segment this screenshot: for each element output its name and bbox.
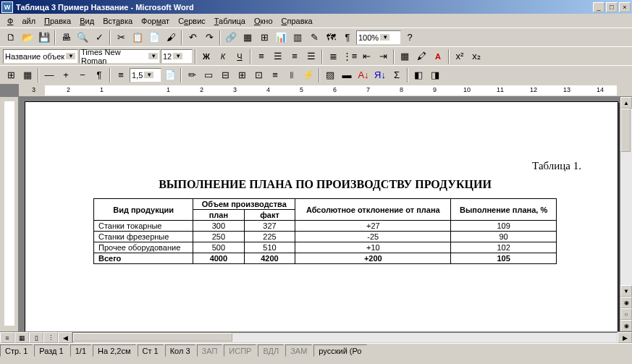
subscript-icon[interactable]: x₂ [468,48,484,64]
status-rec[interactable]: ЗАП [197,344,223,357]
insert-table-icon[interactable]: ⊞ [256,30,272,46]
scroll-left-icon[interactable]: ◀ [58,332,72,343]
inc-icon[interactable]: + [58,67,74,83]
chevron-down-icon[interactable]: ▼ [380,34,389,41]
merge-icon[interactable]: ⊟ [217,67,233,83]
docmap-icon[interactable]: 🗺 [323,30,339,46]
borders-icon[interactable]: ▦ [397,48,413,64]
menu-file[interactable]: Файл [3,15,40,27]
cut-icon[interactable]: ✂ [113,30,129,46]
menu-view[interactable]: Вид [75,15,98,27]
style-select[interactable]: Название объек▼ [3,49,78,64]
font-color-icon[interactable]: A [430,48,446,64]
scroll-right-icon[interactable]: ▶ [618,332,632,343]
highlight-icon[interactable]: 🖍 [413,48,429,64]
menu-window[interactable]: Окно [250,15,277,27]
autosum-icon[interactable]: Σ [389,67,405,83]
print-view-icon[interactable]: ▯ [29,332,43,343]
chevron-down-icon[interactable]: ▼ [148,53,158,59]
chevron-down-icon[interactable]: ▼ [173,53,182,59]
save-icon[interactable]: 💾 [36,30,52,46]
menu-table[interactable]: Таблица [210,15,250,27]
status-ovr[interactable]: ЗАМ [285,344,312,357]
misc1-icon[interactable]: ◧ [410,67,426,83]
print-icon[interactable]: 🖶 [58,30,74,46]
superscript-icon[interactable]: x² [452,48,468,64]
dec-icon[interactable]: − [75,67,90,83]
format-painter-icon[interactable]: 🖌 [163,30,179,46]
table-draw-icon[interactable]: ✏ [184,67,200,83]
hscroll-track[interactable] [72,332,618,343]
menu-help[interactable]: Справка [277,15,317,27]
grid2-icon[interactable]: ▦ [20,67,35,83]
tables-borders-icon[interactable]: ▦ [240,30,256,46]
maximize-button[interactable]: □ [606,2,618,12]
sort-desc-icon[interactable]: Я↓ [372,67,388,83]
spellcheck-icon[interactable]: ✓ [91,30,107,46]
close-button[interactable]: × [619,2,631,12]
document-scroll[interactable]: Таблица 1. ВЫПОЛНЕНИЕ ПЛАНА ПО ПРОИЗВОДС… [19,97,620,331]
normal-view-icon[interactable]: ≡ [0,332,14,343]
misc2-icon[interactable]: ◨ [427,67,443,83]
help-icon[interactable]: ? [402,30,418,46]
status-lang[interactable]: русский (Ро [313,344,366,357]
align-cell-icon[interactable]: ⊡ [250,67,266,83]
minimize-button[interactable]: _ [593,2,604,12]
menu-insert[interactable]: Вставка [98,15,137,27]
redo-icon[interactable]: ↷ [201,30,217,46]
zoom-select[interactable]: 100%▼ [356,30,401,45]
status-ext[interactable]: ВДЛ [258,344,284,357]
justify-icon[interactable]: ☰ [303,48,319,64]
distribute-rows-icon[interactable]: ≡ [267,67,283,83]
chevron-down-icon[interactable]: ▼ [144,72,153,78]
undo-icon[interactable]: ↶ [185,30,201,46]
chevron-down-icon[interactable]: ▼ [66,53,75,59]
prev-page-icon[interactable]: ◉ [620,297,632,308]
copy-icon[interactable]: 📋 [130,30,146,46]
hscroll-thumb[interactable] [73,333,232,342]
scroll-track[interactable] [620,109,632,285]
scroll-down-icon[interactable]: ▼ [620,285,632,297]
columns-icon[interactable]: ▥ [290,30,306,46]
italic-icon[interactable]: К [215,48,231,64]
grid-icon[interactable]: ⊞ [3,67,19,83]
next-page-icon[interactable]: ◉ [620,320,632,331]
page-break-icon[interactable]: — [41,67,57,83]
border-color-icon[interactable]: ▬ [339,67,355,83]
open-icon[interactable]: 📂 [20,30,35,46]
bullet-list-icon[interactable]: ⋮≡ [342,48,358,64]
outline-view-icon[interactable]: ⋮ [43,332,58,343]
bold-icon[interactable]: Ж [198,48,214,64]
vertical-scrollbar[interactable]: ▲ ▼ ◉ ○ ◉ [620,97,632,331]
paste-icon[interactable]: 📄 [146,30,162,46]
distribute-cols-icon[interactable]: ⫴ [284,67,300,83]
scroll-up-icon[interactable]: ▲ [620,97,632,109]
numbered-list-icon[interactable]: ≣ [325,48,341,64]
decrease-indent-icon[interactable]: ⇤ [358,48,374,64]
split-icon[interactable]: ⊞ [234,67,250,83]
font-select[interactable]: Times New Roman▼ [79,49,160,64]
drawing-icon[interactable]: ✎ [306,30,322,46]
scroll-thumb[interactable] [620,109,631,152]
autoformat-icon[interactable]: ⚡ [300,67,316,83]
excel-icon[interactable]: 📊 [273,30,289,46]
shade-icon[interactable]: ▨ [322,67,338,83]
horizontal-ruler[interactable]: 3 2 1 1 2 3 4 5 6 7 8 9 10 11 12 13 14 [19,84,632,97]
align-right-icon[interactable]: ≡ [287,48,303,64]
table-erase-icon[interactable]: ▭ [201,67,216,83]
sort-asc-icon[interactable]: А↓ [355,67,371,83]
showhide-icon[interactable]: ¶ [340,30,355,46]
linespace-select[interactable]: 1,5▼ [130,68,161,82]
menu-service[interactable]: Сервис [174,15,210,27]
new-icon[interactable]: 🗋 [3,30,19,46]
linespace-icon[interactable]: ≡ [113,67,129,83]
web-view-icon[interactable]: ▦ [14,332,29,343]
preview-icon[interactable]: 🔍 [75,30,90,46]
align-left-icon[interactable]: ≡ [253,48,269,64]
menu-edit[interactable]: Правка [40,15,75,27]
size-select[interactable]: 12▼ [161,49,193,64]
increase-indent-icon[interactable]: ⇥ [375,48,391,64]
para-icon[interactable]: ¶ [91,67,107,83]
align-center-icon[interactable]: ☰ [270,48,286,64]
browse-object-icon[interactable]: ○ [620,308,632,320]
